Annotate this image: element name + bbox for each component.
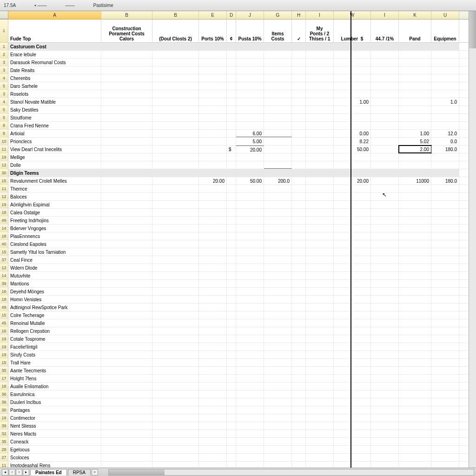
- cell[interactable]: [292, 43, 306, 50]
- cell[interactable]: [152, 82, 199, 90]
- cell[interactable]: [292, 201, 306, 208]
- cell[interactable]: [334, 248, 371, 256]
- cell[interactable]: [152, 185, 199, 192]
- cell[interactable]: [306, 359, 334, 366]
- cell[interactable]: [334, 430, 371, 437]
- row-header[interactable]: 49: [0, 217, 8, 224]
- column-header[interactable]: U: [431, 11, 459, 19]
- header-cell[interactable]: Lumber $: [334, 20, 371, 42]
- column-header[interactable]: H: [292, 11, 306, 19]
- cell[interactable]: [334, 438, 371, 445]
- cell[interactable]: [334, 114, 371, 121]
- cell[interactable]: [371, 359, 399, 366]
- cell[interactable]: [227, 74, 236, 82]
- row-header[interactable]: 19: [0, 153, 8, 161]
- cell[interactable]: [101, 438, 152, 445]
- cell[interactable]: [227, 66, 236, 74]
- cell[interactable]: [306, 462, 334, 468]
- cell[interactable]: [227, 414, 236, 422]
- cell[interactable]: [306, 311, 334, 319]
- cell[interactable]: [227, 430, 236, 437]
- row-header[interactable]: 3: [0, 59, 8, 66]
- cell[interactable]: [236, 319, 264, 327]
- cell[interactable]: [199, 82, 227, 90]
- cell[interactable]: Mutuvhite: [8, 272, 101, 279]
- cell[interactable]: Renoinal Mutalle: [8, 319, 101, 327]
- cell[interactable]: [371, 185, 399, 192]
- cell[interactable]: Date Reaits: [8, 66, 101, 74]
- cell[interactable]: [264, 74, 292, 82]
- cell[interactable]: [152, 288, 199, 295]
- cell[interactable]: [292, 406, 306, 414]
- cell[interactable]: [292, 161, 306, 169]
- cell[interactable]: [101, 169, 152, 177]
- cell[interactable]: [431, 169, 459, 177]
- cell[interactable]: [334, 311, 371, 319]
- cell[interactable]: [306, 296, 334, 303]
- cell[interactable]: [306, 106, 334, 113]
- cell[interactable]: [101, 209, 152, 216]
- cell[interactable]: 200.0: [264, 177, 292, 185]
- cell[interactable]: [431, 217, 459, 224]
- cell[interactable]: [292, 98, 306, 106]
- cell[interactable]: [334, 383, 371, 390]
- cell[interactable]: [236, 280, 264, 287]
- cell[interactable]: [152, 296, 199, 303]
- row-header[interactable]: 14: [0, 225, 8, 232]
- cell[interactable]: [334, 185, 371, 192]
- cell[interactable]: 0.0: [431, 138, 459, 145]
- cell[interactable]: [334, 90, 371, 98]
- cell[interactable]: [236, 232, 264, 240]
- cell[interactable]: Artioial: [8, 130, 101, 137]
- cell[interactable]: [264, 232, 292, 240]
- cell[interactable]: [292, 130, 306, 137]
- cell[interactable]: [306, 66, 334, 74]
- cell[interactable]: [264, 201, 292, 208]
- cell[interactable]: [431, 406, 459, 414]
- cell[interactable]: [152, 161, 199, 169]
- cell[interactable]: [431, 225, 459, 232]
- cell[interactable]: [334, 217, 371, 224]
- row-header[interactable]: 30: [0, 169, 8, 177]
- cell[interactable]: [227, 232, 236, 240]
- cell[interactable]: [101, 430, 152, 437]
- cell[interactable]: [236, 398, 264, 406]
- cell[interactable]: [101, 280, 152, 287]
- cell[interactable]: [306, 383, 334, 390]
- cell[interactable]: [431, 446, 459, 453]
- cell[interactable]: [306, 406, 334, 414]
- cell[interactable]: [371, 82, 399, 90]
- cell[interactable]: [227, 130, 236, 137]
- cell[interactable]: [152, 169, 199, 177]
- cell[interactable]: [399, 422, 431, 430]
- cell[interactable]: [227, 82, 236, 90]
- cell[interactable]: [292, 422, 306, 430]
- row-header[interactable]: 2: [0, 51, 8, 58]
- cell[interactable]: [199, 145, 227, 153]
- cell[interactable]: [264, 145, 292, 153]
- cell[interactable]: [236, 343, 264, 350]
- cell[interactable]: [399, 311, 431, 319]
- cell[interactable]: [292, 264, 306, 271]
- header-cell[interactable]: Items Costs: [264, 20, 292, 42]
- cell[interactable]: [292, 217, 306, 224]
- cell[interactable]: Dligin Teems: [8, 169, 101, 177]
- cell[interactable]: [431, 296, 459, 303]
- tab-nav-last[interactable]: ▸: [23, 469, 29, 476]
- row-header[interactable]: 36: [0, 398, 8, 406]
- column-header[interactable]: W: [334, 11, 371, 19]
- cell[interactable]: [236, 114, 264, 121]
- cell[interactable]: [236, 272, 264, 279]
- cell[interactable]: [334, 169, 371, 177]
- cell[interactable]: [101, 240, 152, 248]
- cell[interactable]: [101, 398, 152, 406]
- cell[interactable]: [334, 462, 371, 468]
- cell[interactable]: [227, 185, 236, 192]
- cell[interactable]: [306, 209, 334, 216]
- cell[interactable]: 180.0: [431, 145, 459, 153]
- cell[interactable]: [371, 130, 399, 137]
- cell[interactable]: [101, 335, 152, 343]
- cell[interactable]: [371, 145, 399, 153]
- cell[interactable]: [431, 161, 459, 169]
- cell[interactable]: [227, 153, 236, 161]
